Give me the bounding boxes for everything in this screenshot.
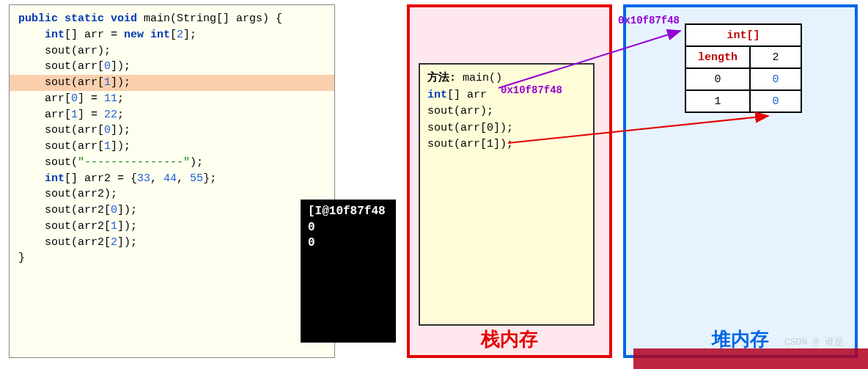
stack-line-3: sout(arr[0]); (427, 120, 586, 137)
heap-object-type: int[] (685, 24, 801, 46)
code-line-10: sout("---------------"); (18, 155, 326, 171)
code-line-14: sout(arr2[1]); (18, 219, 326, 235)
heap-length-value: 2 (750, 46, 801, 68)
watermark-text: CSDN @ 谁是... (784, 335, 861, 348)
heap-value-1: 0 (750, 90, 801, 112)
stack-line-4: sout(arr[1]); (427, 136, 586, 153)
stack-line-2: sout(arr); (427, 103, 586, 120)
heap-object-table: int[] length 2 0 0 1 0 (685, 23, 802, 113)
code-line-4: sout(arr[0]); (18, 59, 326, 75)
watermark-strip (633, 348, 868, 369)
heap-memory-panel: int[] length 2 0 0 1 0 堆内存 (623, 4, 858, 358)
console-line-2: 0 (308, 221, 315, 234)
console-line-3: 0 (308, 236, 315, 249)
code-line-15: sout(arr2[2]); (18, 235, 326, 251)
code-line-5-highlighted: sout(arr[1]); (10, 75, 334, 91)
heap-index-1: 1 (685, 90, 750, 112)
code-line-1: public static void main(String[] args) { (18, 11, 326, 27)
stack-memory-panel: 方法: main() int[] arr sout(arr); sout(arr… (407, 4, 612, 358)
code-line-6: arr[0] = 11; (18, 91, 326, 107)
stack-frame-main: 方法: main() int[] arr sout(arr); sout(arr… (419, 63, 595, 326)
console-output: [I@10f87f48 0 0 (301, 200, 396, 343)
code-panel: public static void main(String[] args) {… (9, 4, 335, 358)
heap-index-0: 0 (685, 68, 750, 90)
heap-value-0: 0 (750, 68, 801, 90)
code-line-13: sout(arr2[0]); (18, 202, 326, 219)
stack-address-label: 0x10f87f48 (501, 84, 562, 96)
console-line-1: [I@10f87f48 (308, 205, 386, 218)
code-line-9: sout(arr[1]); (18, 139, 326, 155)
code-line-8: sout(arr[0]); (18, 123, 326, 139)
heap-length-label: length (685, 46, 750, 68)
code-line-11: int[] arr2 = {33, 44, 55}; (18, 171, 326, 187)
code-line-7: arr[1] = 22; (18, 107, 326, 123)
code-line-3: sout(arr); (18, 43, 326, 59)
stack-title: 栈内存 (410, 326, 609, 352)
code-line-2: int[] arr = new int[2]; (18, 27, 326, 43)
code-line-12: sout(arr2); (18, 186, 326, 202)
heap-address-label: 0x10f87f48 (618, 15, 680, 26)
code-line-16: } (18, 250, 326, 266)
